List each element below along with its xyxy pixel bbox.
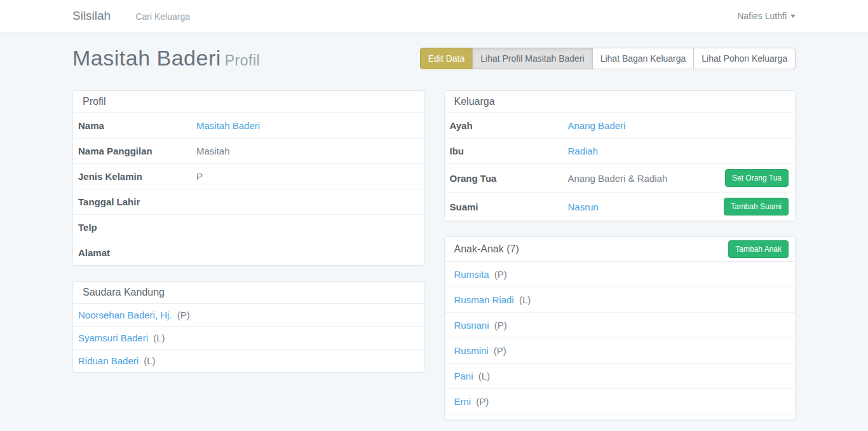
table-row: Nama Panggilan Masitah xyxy=(73,138,424,163)
row-value: Masitah xyxy=(196,146,230,156)
person-link[interactable]: Syamsuri Baderi xyxy=(78,332,148,343)
profil-table: Nama Masitah Baderi Nama Panggilan Masit… xyxy=(73,113,424,265)
row-label: Jenis Kelamin xyxy=(73,165,191,188)
navbar-brand[interactable]: Silsilah xyxy=(72,9,111,22)
row-label: Nama Panggilan xyxy=(73,140,191,162)
user-menu[interactable]: Nafies Luthfi xyxy=(737,11,796,21)
row-label: Telp xyxy=(73,216,191,238)
gender-label: (L) xyxy=(519,294,531,305)
row-value[interactable]: Radiah xyxy=(568,146,599,156)
page-subtitle: Profil xyxy=(225,52,260,69)
children-list: Rumsita (P) Rusman Riadi (L) Rusnani (P)… xyxy=(445,262,796,420)
table-row: Suami Nasrun Tambah Suami xyxy=(445,192,796,221)
gender-label: (P) xyxy=(494,269,507,280)
left-column: Profil Nama Masitah Baderi Nama Panggila… xyxy=(72,90,424,388)
person-link[interactable]: Pani xyxy=(454,371,473,381)
navbar: Silsilah Cari Keluarga Nafies Luthfi xyxy=(0,0,868,32)
person-name: Masitah Baderi xyxy=(72,46,221,70)
keluarga-table: Ayah Anang Baderi Ibu Radiah xyxy=(445,113,796,221)
right-column: Keluarga Ayah Anang Baderi Ibu xyxy=(444,90,796,431)
person-link[interactable]: Rusnani xyxy=(454,320,489,331)
caret-down-icon xyxy=(790,15,796,18)
person-link[interactable]: Rusmini xyxy=(454,345,489,356)
nav-link-cari-keluarga[interactable]: Cari Keluarga xyxy=(135,11,190,22)
child-row: Rusman Riadi (L) xyxy=(445,287,796,312)
tambah-suami-button[interactable]: Tambah Suami xyxy=(724,198,789,216)
profil-panel-title: Profil xyxy=(73,91,424,113)
person-link[interactable]: Riduan Baderi xyxy=(78,355,139,366)
row-value[interactable]: Nasrun xyxy=(568,202,599,212)
child-row: Rumsita (P) xyxy=(445,262,796,287)
siblings-list: Noorsehan Baderi, Hj. (P) Syamsuri Bader… xyxy=(73,304,424,372)
table-row: Nama Masitah Baderi xyxy=(73,113,424,138)
child-row: Rusmini (P) xyxy=(445,338,796,363)
child-row: Rusnani (P) xyxy=(445,312,796,338)
row-value: Anang Baderi & Radiah xyxy=(568,173,668,184)
row-label: Ayah xyxy=(445,114,563,137)
table-row: Ibu Radiah xyxy=(445,138,796,163)
person-link[interactable]: Rumsita xyxy=(454,269,489,280)
gender-label: (L) xyxy=(144,355,155,366)
row-value[interactable]: Anang Baderi xyxy=(568,120,626,131)
child-row: Erni (P) xyxy=(445,388,796,414)
profile-actions: Edit DataLihat Profil Masitah BaderiLiha… xyxy=(420,48,796,69)
sibling-row: Noorsehan Baderi, Hj. (P) xyxy=(73,304,424,326)
header-action-button[interactable]: Lihat Bagan Keluarga xyxy=(592,48,695,69)
anak-anak-panel-title: Anak-Anak (7) xyxy=(454,243,519,255)
saudara-kandung-panel: Saudara Kandung Noorsehan Baderi, Hj. (P… xyxy=(72,281,424,373)
gender-label: (P) xyxy=(494,320,507,331)
header-action-button[interactable]: Edit Data xyxy=(420,48,473,69)
child-row: Pani (L) xyxy=(445,363,796,388)
table-row: Alamat xyxy=(73,240,424,265)
page-title: Masitah BaderiProfil xyxy=(72,46,260,71)
row-label: Orang Tua xyxy=(445,167,563,189)
person-link[interactable]: Erni xyxy=(454,396,471,407)
table-row: Ayah Anang Baderi xyxy=(445,113,796,138)
row-value[interactable]: Masitah Baderi xyxy=(196,120,260,131)
sibling-row: Riduan Baderi (L) xyxy=(73,349,424,372)
table-row: Tanggal Lahir xyxy=(73,189,424,214)
page-header: Masitah BaderiProfil Edit DataLihat Prof… xyxy=(72,32,796,71)
profil-panel: Profil Nama Masitah Baderi Nama Panggila… xyxy=(72,90,424,266)
person-link[interactable]: Noorsehan Baderi, Hj. xyxy=(78,310,172,320)
gender-label: (L) xyxy=(478,371,490,381)
table-row: Orang Tua Anang Baderi & Radiah Set Oran… xyxy=(445,163,796,192)
sibling-row: Syamsuri Baderi (L) xyxy=(73,326,424,349)
anak-anak-panel: Anak-Anak (7) Tambah Anak Rumsita (P) Ru… xyxy=(444,236,796,420)
keluarga-panel-title: Keluarga xyxy=(445,91,796,113)
gender-label: (P) xyxy=(494,345,506,356)
gender-label: (P) xyxy=(177,310,190,320)
user-name: Nafies Luthfi xyxy=(737,11,787,21)
tambah-anak-button[interactable]: Tambah Anak xyxy=(728,240,789,258)
row-value: P xyxy=(196,171,203,182)
row-label: Suami xyxy=(445,196,563,218)
row-label: Ibu xyxy=(445,140,563,162)
row-label: Nama xyxy=(73,114,191,137)
header-action-button[interactable]: Lihat Profil Masitah Baderi xyxy=(472,48,592,69)
gender-label: (L) xyxy=(153,332,165,343)
set-orang-tua-button[interactable]: Set Orang Tua xyxy=(725,169,789,187)
row-label: Alamat xyxy=(73,242,191,264)
navbar-left: Silsilah Cari Keluarga xyxy=(72,9,190,23)
row-label: Tanggal Lahir xyxy=(73,191,191,213)
header-action-button[interactable]: Lihat Pohon Keluarga xyxy=(693,48,796,69)
saudara-kandung-panel-title: Saudara Kandung xyxy=(73,282,424,304)
keluarga-panel: Keluarga Ayah Anang Baderi Ibu xyxy=(444,90,796,221)
person-link[interactable]: Rusman Riadi xyxy=(454,294,514,305)
table-row: Jenis Kelamin P xyxy=(73,163,424,189)
table-row: Telp xyxy=(73,214,424,240)
gender-label: (P) xyxy=(476,396,489,407)
